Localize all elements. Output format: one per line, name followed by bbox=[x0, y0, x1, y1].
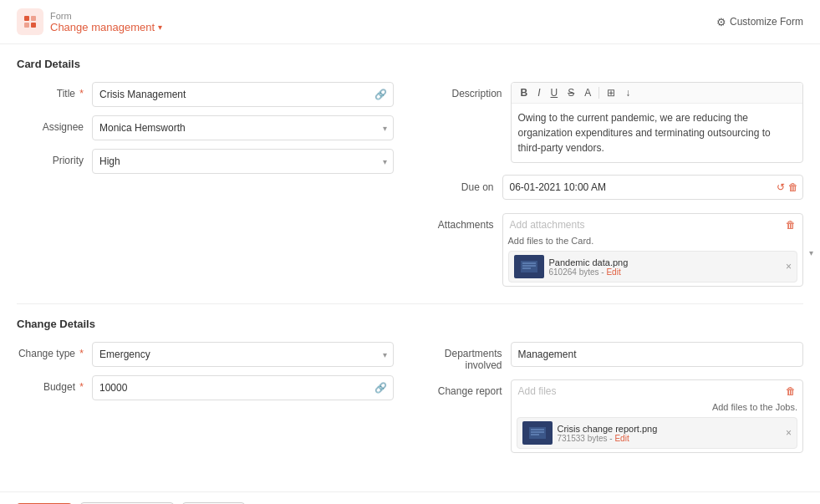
svg-rect-2 bbox=[24, 23, 29, 28]
due-on-field: ↺ 🗑 bbox=[502, 175, 804, 200]
due-on-label: Due on bbox=[427, 181, 494, 193]
change-report-thumbnail bbox=[522, 421, 553, 445]
change-report-placeholder: Add files bbox=[518, 385, 557, 397]
customize-form-button[interactable]: ⚙ Customize Form bbox=[716, 16, 803, 28]
change-details-right: Departments involved Management ▾ Change… bbox=[427, 342, 804, 453]
change-report-label: Change report bbox=[427, 379, 502, 397]
due-on-input[interactable] bbox=[502, 175, 804, 200]
highlight-button[interactable]: A bbox=[582, 86, 593, 99]
underline-button[interactable]: U bbox=[548, 86, 561, 99]
file-size: 610264 bytes - Edit bbox=[549, 267, 781, 277]
description-content[interactable]: Owing to the current pandemic, we are re… bbox=[512, 104, 803, 162]
form-label: Form bbox=[50, 11, 162, 21]
app-header: Form Change management ▾ ⚙ Customize For… bbox=[0, 0, 820, 44]
file-name: Pandemic data.png bbox=[549, 257, 781, 267]
assignee-label: Assignee bbox=[17, 115, 84, 133]
attach-delete-icon[interactable]: 🗑 bbox=[786, 219, 796, 231]
chevron-down-icon: ▾ bbox=[158, 23, 162, 32]
change-report-close-button[interactable]: × bbox=[786, 427, 792, 439]
bold-button[interactable]: B bbox=[518, 86, 531, 99]
change-report-file-name: Crisis change report.png bbox=[558, 424, 781, 434]
file-thumbnail bbox=[514, 255, 544, 278]
file-info: Pandemic data.png 610264 bytes - Edit bbox=[549, 257, 781, 277]
header-left: Form Change management ▾ bbox=[17, 8, 162, 35]
change-report-field: Add files 🗑 Add files to the Jobs. Crisi… bbox=[511, 379, 804, 453]
card-details-section: Card Details Title * 🔗 Assign bbox=[17, 58, 803, 287]
calendar-icon[interactable]: 🗑 bbox=[788, 181, 798, 193]
svg-rect-1 bbox=[31, 16, 36, 21]
departments-field: Management ▾ bbox=[511, 342, 804, 367]
card-details-title: Card Details bbox=[17, 58, 803, 70]
departments-select[interactable]: Management bbox=[511, 342, 804, 367]
section-divider bbox=[17, 303, 803, 304]
more-button[interactable]: ↓ bbox=[623, 86, 633, 99]
priority-row: Priority LowMediumHighCritical ▾ bbox=[17, 149, 394, 174]
undo-icon[interactable]: ↺ bbox=[777, 181, 785, 193]
gear-icon: ⚙ bbox=[716, 16, 726, 28]
description-field: B I U S A ⊞ ↓ Owing to the current pande… bbox=[511, 82, 804, 163]
budget-label: Budget * bbox=[17, 375, 84, 393]
header-titles: Form Change management ▾ bbox=[50, 11, 162, 33]
change-report-delete-icon[interactable]: 🗑 bbox=[786, 385, 796, 397]
description-label: Description bbox=[427, 82, 502, 99]
due-on-icons: ↺ 🗑 bbox=[777, 181, 798, 193]
chevron-down-icon: ▾ bbox=[809, 247, 813, 257]
due-on-row: Due on ↺ 🗑 bbox=[427, 175, 804, 200]
change-report-file-info: Crisis change report.png 731533 bytes - … bbox=[558, 424, 781, 443]
title-row: Title * 🔗 bbox=[17, 82, 394, 107]
change-type-select[interactable]: Emergency Standard Normal bbox=[92, 342, 394, 367]
desc-toolbar: B I U S A ⊞ ↓ bbox=[512, 83, 803, 104]
svg-rect-10 bbox=[529, 427, 546, 439]
priority-field: LowMediumHighCritical ▾ bbox=[92, 149, 394, 174]
change-report-hint: Add files to the Jobs. bbox=[517, 400, 798, 415]
budget-row: Budget * 🔗 bbox=[17, 375, 394, 400]
file-close-button[interactable]: × bbox=[786, 261, 792, 272]
change-report-row: Change report Add files 🗑 Add files to t… bbox=[427, 379, 804, 453]
priority-select[interactable]: LowMediumHighCritical bbox=[92, 149, 394, 174]
attachments-row: Attachments Add attachments 🗑 Add files … bbox=[427, 213, 804, 287]
assignee-field: Monica Hemsworth ▾ bbox=[92, 115, 394, 140]
strikethrough-button[interactable]: S bbox=[565, 86, 577, 99]
title-input[interactable] bbox=[92, 82, 394, 107]
title-label: Title * bbox=[17, 82, 84, 99]
change-type-field: Emergency Standard Normal ▾ bbox=[92, 342, 394, 367]
footer: Save Save as Draft Cancel bbox=[0, 491, 820, 504]
description-row: Description B I U S A ⊞ ↓ bbox=[427, 82, 804, 163]
change-report-attach: Add files 🗑 Add files to the Jobs. Crisi… bbox=[511, 379, 804, 453]
attachments-label: Attachments bbox=[427, 213, 494, 231]
assignee-select[interactable]: Monica Hemsworth bbox=[92, 115, 394, 140]
app-icon bbox=[17, 8, 43, 35]
change-details-title: Change Details bbox=[17, 318, 803, 330]
card-details-right: Description B I U S A ⊞ ↓ bbox=[427, 82, 804, 287]
change-details-section: Change Details Change type * Emergency S… bbox=[17, 318, 803, 453]
title-field: 🔗 bbox=[92, 82, 394, 107]
toolbar-divider bbox=[598, 87, 599, 99]
attachments-field: Add attachments 🗑 Add files to the Card.… bbox=[502, 213, 804, 287]
table-button[interactable]: ⊞ bbox=[604, 86, 618, 99]
card-details-left: Title * 🔗 Assignee Monica Hemsworth ▾ bbox=[17, 82, 394, 287]
departments-row: Departments involved Management ▾ bbox=[427, 342, 804, 371]
change-details-grid: Change type * Emergency Standard Normal … bbox=[17, 342, 803, 453]
attach-placeholder: Add attachments bbox=[510, 219, 585, 231]
attachment-item: Pandemic data.png 610264 bytes - Edit × bbox=[508, 251, 798, 283]
change-report-file-size: 731533 bytes - Edit bbox=[558, 434, 781, 443]
form-name[interactable]: Change management ▾ bbox=[50, 21, 162, 33]
departments-label: Departments involved bbox=[427, 342, 502, 371]
attach-placeholder-row: Add attachments 🗑 bbox=[508, 217, 798, 234]
change-report-edit-link[interactable]: Edit bbox=[614, 434, 629, 443]
file-edit-link[interactable]: Edit bbox=[606, 267, 620, 277]
budget-field: 🔗 bbox=[92, 375, 394, 400]
priority-label: Priority bbox=[17, 149, 84, 166]
change-type-row: Change type * Emergency Standard Normal … bbox=[17, 342, 394, 367]
description-editor: B I U S A ⊞ ↓ Owing to the current pande… bbox=[511, 82, 804, 163]
change-type-label: Change type * bbox=[17, 342, 84, 359]
change-details-left: Change type * Emergency Standard Normal … bbox=[17, 342, 394, 453]
change-report-item: Crisis change report.png 731533 bytes - … bbox=[517, 417, 798, 449]
italic-button[interactable]: I bbox=[535, 86, 542, 99]
budget-input[interactable] bbox=[92, 375, 394, 400]
attach-hint: Add files to the Card. bbox=[508, 234, 798, 249]
assignee-row: Assignee Monica Hemsworth ▾ bbox=[17, 115, 394, 140]
main-content: Card Details Title * 🔗 Assign bbox=[0, 44, 820, 483]
change-report-placeholder-row: Add files 🗑 bbox=[517, 384, 798, 400]
svg-rect-0 bbox=[24, 16, 29, 21]
